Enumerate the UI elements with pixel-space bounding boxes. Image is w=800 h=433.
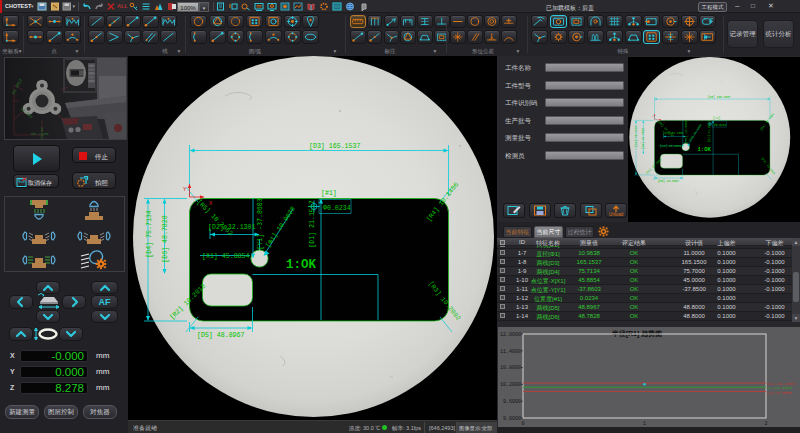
svg-text:Unload: Unload	[609, 212, 624, 217]
svg-text:12.0000: 12.0000	[500, 332, 521, 338]
svg-text:9.6000: 9.6000	[503, 399, 521, 405]
svg-text:SL:10.1000: SL:10.1000	[767, 386, 793, 390]
svg-text:9.0000: 9.0000	[503, 416, 521, 422]
svg-text:10.2000: 10.2000	[500, 382, 521, 388]
svg-text:0: 0	[521, 421, 524, 427]
svg-text:11.4000: 11.4000	[500, 349, 521, 355]
svg-text:2: 2	[764, 421, 767, 427]
svg-text:USL:10.2500: USL:10.2500	[767, 382, 795, 386]
svg-text:1: 1	[643, 421, 646, 427]
svg-text:10.8000: 10.8000	[500, 365, 521, 371]
svg-text:LSL:9.9500: LSL:9.9500	[767, 391, 793, 395]
